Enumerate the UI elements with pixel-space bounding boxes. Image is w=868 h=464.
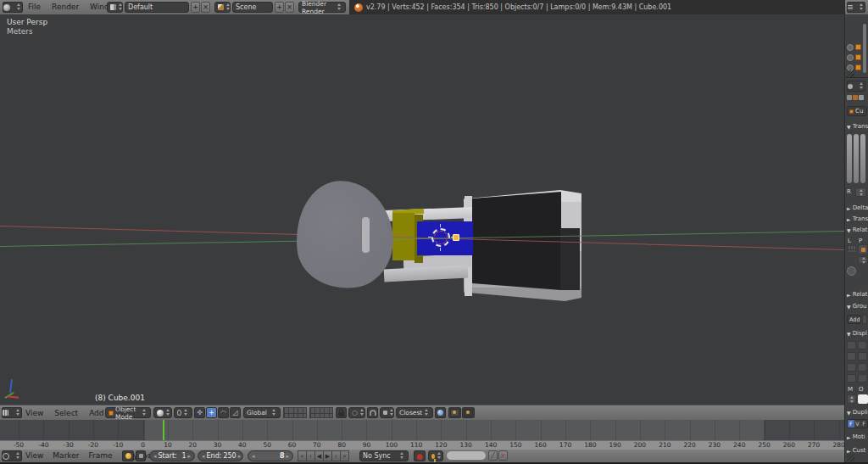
- layers-widget-group2[interactable]: [309, 407, 333, 418]
- panel-delta-transform[interactable]: ►Delta: [847, 204, 868, 211]
- frame-end-field[interactable]: ◂ End: 250 ▸: [198, 450, 243, 461]
- opengl-render-anim-button[interactable]: [462, 407, 475, 418]
- outliner-expand-icon[interactable]: [847, 44, 854, 51]
- snap-element-selector[interactable]: [380, 407, 394, 418]
- layers-widget-group1[interactable]: [283, 407, 307, 418]
- menu-view[interactable]: View: [25, 406, 43, 421]
- display-option-button[interactable]: [847, 363, 856, 372]
- snap-peel-object-button[interactable]: [435, 407, 446, 418]
- proportional-edit-selector[interactable]: ○: [348, 407, 365, 418]
- delete-scene-button[interactable]: ×: [285, 2, 294, 13]
- decrement-icon[interactable]: ◂: [202, 453, 205, 460]
- menu-tl-marker[interactable]: Marker: [53, 450, 79, 462]
- object-name-field[interactable]: Cu: [847, 106, 867, 116]
- menu-select[interactable]: Select: [54, 406, 78, 421]
- parent-field-clipped[interactable]: [858, 244, 868, 254]
- increment-icon[interactable]: ▸: [187, 453, 191, 460]
- rotation-fields-clipped[interactable]: [854, 134, 859, 183]
- pivot-point-selector[interactable]: [174, 407, 192, 418]
- viewport-3d[interactable]: User Persp Meters: [0, 14, 844, 405]
- render-engine-selector[interactable]: Blender Render: [298, 2, 346, 13]
- area-resize-corner[interactable]: [847, 70, 854, 77]
- parent-type-selector[interactable]: [858, 256, 868, 264]
- current-frame-field[interactable]: ◂ 8 ▸: [248, 450, 293, 461]
- screen-layout-icon-button[interactable]: [107, 2, 123, 13]
- panel-groups[interactable]: ▼Grou: [847, 303, 867, 310]
- add-scene-button[interactable]: +: [275, 2, 284, 13]
- add-to-group-button[interactable]: Add: [847, 315, 861, 324]
- display-option-button[interactable]: [847, 374, 856, 383]
- tracking-axes-widget[interactable]: [847, 266, 856, 276]
- max-draw-type-selector[interactable]: [847, 394, 856, 404]
- decrement-icon[interactable]: ◂: [153, 453, 157, 460]
- display-option-button[interactable]: [858, 374, 867, 383]
- frame-start-field[interactable]: ◂ Start: 1 ▸: [149, 450, 195, 461]
- rotation-mode-selector[interactable]: [855, 187, 866, 197]
- decrement-icon[interactable]: ◂: [252, 453, 255, 460]
- rotate-manipulator-button[interactable]: ◠: [218, 407, 229, 418]
- transform-orientation-selector[interactable]: Global: [243, 407, 281, 418]
- panel-motion-paths[interactable]: ►Moti: [847, 433, 865, 440]
- increment-icon[interactable]: ▸: [286, 453, 289, 460]
- keying-set-insert-button[interactable]: ╱: [488, 450, 498, 461]
- increment-icon[interactable]: ▸: [238, 453, 242, 460]
- display-option-button[interactable]: [858, 341, 867, 349]
- location-fields-clipped[interactable]: [847, 134, 852, 183]
- add-layout-button[interactable]: +: [191, 2, 200, 13]
- scale-manipulator-button[interactable]: ◿: [230, 407, 241, 418]
- display-option-button[interactable]: [847, 341, 856, 349]
- display-option-button[interactable]: [858, 352, 867, 361]
- panel-transform[interactable]: ▼Trans: [847, 123, 868, 130]
- snap-mode-selector[interactable]: Closest: [396, 407, 433, 418]
- display-option-button[interactable]: [847, 352, 856, 361]
- editor-type-button-timeline[interactable]: [2, 450, 22, 461]
- scene-icon-button[interactable]: [214, 2, 231, 13]
- timeline[interactable]: -50-40-30-20-100102030405060708090100110…: [0, 420, 844, 450]
- object-color-swatch[interactable]: [858, 394, 868, 404]
- opengl-render-still-button[interactable]: [448, 407, 461, 418]
- scale-fields-clipped[interactable]: [860, 134, 865, 183]
- properties-tab-icon[interactable]: [859, 95, 864, 100]
- menu-add[interactable]: Add: [89, 406, 103, 421]
- keying-set-remove-button[interactable]: ×: [498, 450, 508, 461]
- sync-mode-selector[interactable]: No Sync: [359, 450, 409, 461]
- outliner-expand-icon[interactable]: [847, 54, 854, 61]
- menu-tl-frame[interactable]: Frame: [88, 450, 112, 462]
- panel-custom-properties[interactable]: ►Cust: [847, 447, 865, 454]
- panel-duplication[interactable]: ▼Dupli: [847, 409, 868, 416]
- properties-tab-icon[interactable]: [853, 95, 858, 100]
- record-button[interactable]: ●: [414, 450, 426, 461]
- editor-type-button-info[interactable]: [3, 2, 23, 13]
- scene-selector[interactable]: Scene: [232, 2, 273, 13]
- duplication-segment[interactable]: F: [848, 420, 854, 428]
- timeline-ruler[interactable]: -50-40-30-20-100102030405060708090100110…: [0, 440, 844, 450]
- current-frame-marker[interactable]: [163, 420, 164, 440]
- jump-to-end-button[interactable]: »: [340, 450, 349, 461]
- auto-keyframe-button[interactable]: [122, 450, 134, 461]
- area-resize-corner[interactable]: [847, 454, 854, 461]
- translate-manipulator-button[interactable]: +: [206, 407, 217, 418]
- lock-to-scene-button[interactable]: [336, 407, 347, 418]
- viewport-shading-selector[interactable]: [153, 407, 172, 418]
- keying-set-button[interactable]: [428, 450, 443, 461]
- panel-display[interactable]: ▼Displ: [847, 330, 867, 337]
- outliner-scrollbar[interactable]: [863, 24, 866, 73]
- active-keying-set-field[interactable]: [446, 450, 487, 461]
- panel-transform-locks[interactable]: ►Trans: [847, 215, 868, 222]
- add-group-extra-button[interactable]: [862, 315, 867, 324]
- right-sidebar[interactable]: Cu ▼Trans R ►Delta ►Trans ▼Relat L P ►Re…: [844, 0, 868, 464]
- panel-relations[interactable]: ▼Relat: [847, 226, 867, 233]
- duplication-type-segments[interactable]: F V F: [847, 419, 868, 428]
- keying-option-button[interactable]: [136, 450, 146, 461]
- editor-type-button-outliner[interactable]: [847, 2, 865, 13]
- menu-render[interactable]: Render: [52, 0, 79, 14]
- delete-layout-button[interactable]: ×: [201, 2, 210, 13]
- manipulator-toggle-button[interactable]: ✜: [194, 407, 205, 418]
- object-layers-mini-widget[interactable]: [847, 245, 856, 253]
- snap-toggle-button[interactable]: [367, 407, 378, 418]
- menu-tl-view[interactable]: View: [25, 450, 43, 462]
- properties-tab-icon[interactable]: [847, 95, 852, 100]
- duplication-segment[interactable]: F: [860, 420, 867, 428]
- display-option-button[interactable]: [858, 363, 867, 372]
- screen-layout-selector[interactable]: Default: [125, 2, 189, 13]
